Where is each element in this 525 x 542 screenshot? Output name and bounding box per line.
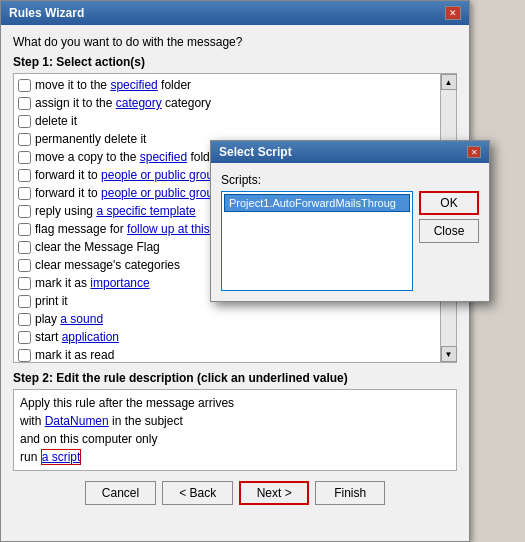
dialog-ok-button[interactable]: OK: [419, 191, 479, 215]
sound-link[interactable]: a sound: [60, 312, 103, 326]
bottom-buttons: Cancel < Back Next > Finish: [13, 481, 457, 513]
play-sound-text: play a sound: [35, 312, 103, 326]
dialog-title: Select Script: [219, 145, 292, 159]
script-item[interactable]: Project1.AutoForwardMailsThroug: [224, 194, 410, 212]
reply-template-text: reply using a specific template: [35, 204, 196, 218]
step2-label: Step 2: Edit the rule description (click…: [13, 371, 457, 385]
start-app-checkbox[interactable]: [18, 331, 31, 344]
print-checkbox[interactable]: [18, 295, 31, 308]
datanumen-link[interactable]: DataNumen: [45, 414, 109, 428]
window-title: Rules Wizard: [9, 6, 84, 20]
next-button[interactable]: Next >: [239, 481, 309, 505]
specified-folder-link[interactable]: specified: [110, 78, 157, 92]
scripts-label: Scripts:: [221, 173, 479, 187]
people-group-link[interactable]: people or public group: [101, 168, 220, 182]
perm-delete-checkbox[interactable]: [18, 133, 31, 146]
mark-importance-checkbox[interactable]: [18, 277, 31, 290]
list-item: assign it to the category category: [14, 94, 440, 112]
people-group2-link[interactable]: people or public group: [101, 186, 220, 200]
select-script-dialog: Select Script ✕ Scripts: Project1.AutoFo…: [210, 140, 490, 302]
clear-cat-checkbox[interactable]: [18, 259, 31, 272]
mark-importance-text: mark it as importance: [35, 276, 150, 290]
run-script-desc-link[interactable]: a script: [41, 449, 82, 465]
dialog-body: Scripts: Project1.AutoForwardMailsThroug…: [211, 163, 489, 301]
dialog-title-bar: Select Script ✕: [211, 141, 489, 163]
list-item: delete it: [14, 112, 440, 130]
title-bar: Rules Wizard ✕: [1, 1, 469, 25]
list-item: mark it as read: [14, 346, 440, 362]
flag-checkbox[interactable]: [18, 223, 31, 236]
category-link[interactable]: category: [116, 96, 162, 110]
dialog-buttons: OK Close: [419, 191, 479, 291]
scroll-up-arrow[interactable]: ▲: [441, 74, 457, 90]
dialog-close-btn[interactable]: Close: [419, 219, 479, 243]
dialog-content: Project1.AutoForwardMailsThroug OK Close: [221, 191, 479, 291]
clear-flag-text: clear the Message Flag: [35, 240, 160, 254]
move-it-checkbox[interactable]: [18, 79, 31, 92]
desc-line1: Apply this rule after the message arrive…: [20, 396, 234, 410]
cancel-button[interactable]: Cancel: [85, 481, 156, 505]
back-button[interactable]: < Back: [162, 481, 233, 505]
window-close-button[interactable]: ✕: [445, 6, 461, 20]
assign-checkbox[interactable]: [18, 97, 31, 110]
scroll-down-arrow[interactable]: ▼: [441, 346, 457, 362]
start-app-text: start application: [35, 330, 119, 344]
scripts-box: Project1.AutoForwardMailsThroug: [221, 191, 413, 291]
mark-read-checkbox[interactable]: [18, 349, 31, 362]
list-item: start application: [14, 328, 440, 346]
play-sound-checkbox[interactable]: [18, 313, 31, 326]
clear-cat-text: clear message's categories: [35, 258, 180, 272]
dialog-close-button[interactable]: ✕: [467, 146, 481, 158]
list-item: move it to the specified folder: [14, 76, 440, 94]
specific-template-link[interactable]: a specific template: [96, 204, 195, 218]
desc-line4: run a script: [20, 449, 81, 465]
desc-line2: with DataNumen in the subject: [20, 414, 183, 428]
step1-label: Step 1: Select action(s): [13, 55, 457, 69]
desc-line3: and on this computer only: [20, 432, 157, 446]
move-copy-checkbox[interactable]: [18, 151, 31, 164]
finish-button[interactable]: Finish: [315, 481, 385, 505]
title-bar-controls: ✕: [445, 6, 461, 20]
assign-text: assign it to the category category: [35, 96, 211, 110]
reply-template-checkbox[interactable]: [18, 205, 31, 218]
forward-people-text: forward it to people or public group: [35, 168, 220, 182]
move-it-text: move it to the specified folder: [35, 78, 191, 92]
clear-flag-checkbox[interactable]: [18, 241, 31, 254]
flag-text: flag message for follow up at this time: [35, 222, 236, 236]
print-text: print it: [35, 294, 68, 308]
move-copy-text: move a copy to the specified folder: [35, 150, 220, 164]
mark-read-text: mark it as read: [35, 348, 114, 362]
delete-checkbox[interactable]: [18, 115, 31, 128]
importance-link[interactable]: importance: [90, 276, 149, 290]
application-link[interactable]: application: [62, 330, 119, 344]
list-item: play a sound: [14, 310, 440, 328]
question-text: What do you want to do with the message?: [13, 35, 457, 49]
delete-text: delete it: [35, 114, 77, 128]
forward-attach-checkbox[interactable]: [18, 187, 31, 200]
perm-delete-text: permanently delete it: [35, 132, 146, 146]
specified-folder2-link[interactable]: specified: [140, 150, 187, 164]
description-box: Apply this rule after the message arrive…: [13, 389, 457, 471]
forward-people-checkbox[interactable]: [18, 169, 31, 182]
